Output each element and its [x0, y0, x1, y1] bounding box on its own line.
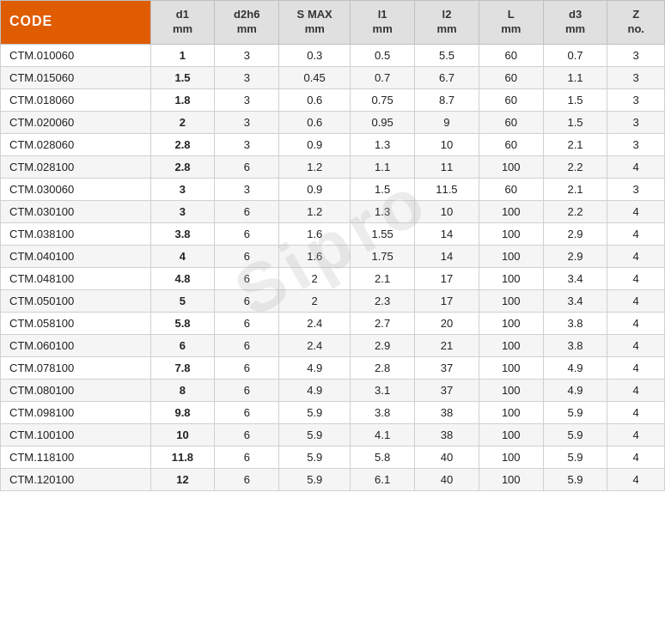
cell-d2h6: 3 — [215, 178, 279, 200]
cell-d1: 1.5 — [150, 66, 215, 88]
header-d1: d1mm — [150, 1, 215, 45]
cell-l2: 10 — [415, 200, 479, 222]
data-table: CODEd1mmd2h6mmS MAXmml1mml2mmLmmd3mmZno.… — [0, 0, 665, 491]
cell-l1: 1.5 — [351, 178, 415, 200]
cell-z: 3 — [607, 133, 665, 155]
cell-smax: 2.4 — [279, 334, 351, 356]
cell-l1: 1.75 — [351, 245, 415, 267]
cell-smax: 2 — [279, 289, 351, 312]
cell-l1: 1.55 — [351, 222, 415, 245]
cell-l1: 2.3 — [351, 289, 415, 312]
cell-L: 100 — [479, 312, 543, 334]
cell-d3: 2.1 — [543, 133, 607, 155]
cell-d3: 3.4 — [543, 267, 607, 289]
cell-d1: 1 — [150, 44, 215, 66]
cell-d2h6: 6 — [215, 289, 279, 312]
cell-z: 4 — [607, 267, 665, 289]
cell-z: 3 — [607, 66, 665, 88]
cell-d2h6: 3 — [215, 133, 279, 155]
header-L: Lmm — [479, 1, 543, 45]
cell-l2: 6.7 — [415, 66, 479, 88]
cell-d2h6: 6 — [215, 468, 279, 490]
cell-code: CTM.028060 — [1, 133, 151, 155]
cell-l2: 38 — [415, 423, 479, 446]
cell-d1: 2.8 — [150, 155, 215, 178]
cell-l1: 2.7 — [351, 312, 415, 334]
cell-d3: 1.1 — [543, 66, 607, 88]
cell-z: 4 — [607, 200, 665, 222]
cell-d2h6: 6 — [215, 379, 279, 401]
table-row: CTM.0281002.861.21.1111002.24 — [1, 155, 665, 178]
cell-smax: 5.9 — [279, 468, 351, 490]
cell-d2h6: 3 — [215, 44, 279, 66]
cell-l1: 2.8 — [351, 356, 415, 379]
cell-code: CTM.020060 — [1, 111, 151, 133]
cell-L: 100 — [479, 334, 543, 356]
cell-l2: 17 — [415, 289, 479, 312]
cell-code: CTM.100100 — [1, 423, 151, 446]
cell-d1: 5 — [150, 289, 215, 312]
cell-smax: 1.6 — [279, 245, 351, 267]
cell-d2h6: 6 — [215, 401, 279, 423]
cell-l1: 2.9 — [351, 334, 415, 356]
cell-d2h6: 6 — [215, 200, 279, 222]
cell-code: CTM.058100 — [1, 312, 151, 334]
cell-d3: 4.9 — [543, 356, 607, 379]
table-row: CTM.0781007.864.92.8371004.94 — [1, 356, 665, 379]
cell-L: 60 — [479, 44, 543, 66]
cell-code: CTM.015060 — [1, 66, 151, 88]
header-d2h6: d2h6mm — [215, 1, 279, 45]
cell-code: CTM.080100 — [1, 379, 151, 401]
cell-smax: 0.3 — [279, 44, 351, 66]
table-row: CTM.060100662.42.9211003.84 — [1, 334, 665, 356]
cell-l2: 37 — [415, 356, 479, 379]
cell-z: 3 — [607, 111, 665, 133]
cell-code: CTM.040100 — [1, 245, 151, 267]
cell-d3: 2.2 — [543, 155, 607, 178]
cell-smax: 1.6 — [279, 222, 351, 245]
cell-code: CTM.028100 — [1, 155, 151, 178]
cell-d3: 5.9 — [543, 468, 607, 490]
table-row: CTM.0581005.862.42.7201003.84 — [1, 312, 665, 334]
cell-d2h6: 6 — [215, 423, 279, 446]
cell-l1: 3.1 — [351, 379, 415, 401]
cell-d1: 4 — [150, 245, 215, 267]
cell-l2: 14 — [415, 245, 479, 267]
cell-d1: 3 — [150, 178, 215, 200]
cell-code: CTM.038100 — [1, 222, 151, 245]
cell-d3: 5.9 — [543, 401, 607, 423]
cell-d1: 12 — [150, 468, 215, 490]
cell-d3: 2.1 — [543, 178, 607, 200]
cell-l1: 1.3 — [351, 200, 415, 222]
cell-d2h6: 6 — [215, 446, 279, 468]
cell-smax: 2.4 — [279, 312, 351, 334]
cell-L: 100 — [479, 446, 543, 468]
header-d3: d3mm — [543, 1, 607, 45]
cell-z: 3 — [607, 44, 665, 66]
table-row: CTM.0481004.8622.1171003.44 — [1, 267, 665, 289]
cell-d3: 5.9 — [543, 423, 607, 446]
cell-code: CTM.030100 — [1, 200, 151, 222]
cell-l2: 21 — [415, 334, 479, 356]
header-l1: l1mm — [351, 1, 415, 45]
cell-l1: 0.7 — [351, 66, 415, 88]
cell-z: 4 — [607, 401, 665, 423]
cell-d1: 11.8 — [150, 446, 215, 468]
cell-l2: 38 — [415, 401, 479, 423]
cell-d3: 5.9 — [543, 446, 607, 468]
cell-d3: 1.5 — [543, 88, 607, 111]
cell-l2: 11 — [415, 155, 479, 178]
cell-l1: 1.1 — [351, 155, 415, 178]
cell-z: 4 — [607, 155, 665, 178]
table-row: CTM.1201001265.96.1401005.94 — [1, 468, 665, 490]
cell-l2: 9 — [415, 111, 479, 133]
cell-d1: 4.8 — [150, 267, 215, 289]
cell-L: 60 — [479, 111, 543, 133]
header-code: CODE — [1, 1, 151, 45]
table-row: CTM.040100461.61.75141002.94 — [1, 245, 665, 267]
cell-d1: 5.8 — [150, 312, 215, 334]
cell-d1: 2 — [150, 111, 215, 133]
cell-l2: 8.7 — [415, 88, 479, 111]
cell-code: CTM.010060 — [1, 44, 151, 66]
cell-d1: 7.8 — [150, 356, 215, 379]
